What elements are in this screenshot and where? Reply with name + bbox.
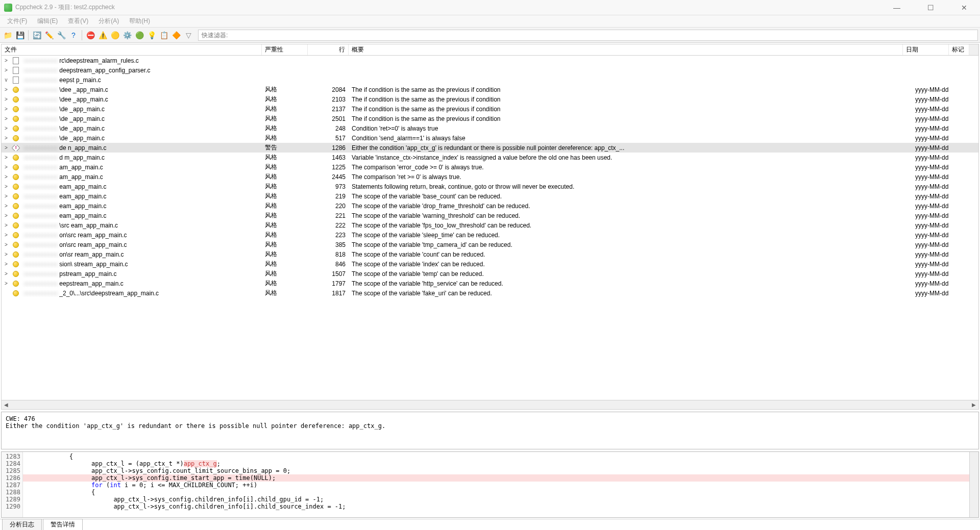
save-icon[interactable]: 💾	[14, 30, 26, 41]
table-row[interactable]: >xxxxxxxxxxx eam_app_main.c风格973Statemen…	[2, 182, 978, 191]
table-row[interactable]: >xxxxxxxxxxx on\sr ream_app_main.c风格818T…	[2, 249, 978, 259]
expand-icon[interactable]: >	[2, 242, 11, 247]
scroll-left-icon[interactable]: ◀	[2, 402, 11, 408]
minimize-button[interactable]: —	[885, 4, 909, 12]
warning-icon	[11, 145, 21, 151]
maximize-button[interactable]: ☐	[919, 4, 942, 12]
table-row[interactable]: xxxxxxxxxxx _2_0\...\src\deepstream_app_…	[2, 288, 978, 298]
menu-edit[interactable]: 编辑(E)	[32, 17, 63, 26]
code-vertical-scrollbar[interactable]	[969, 452, 978, 517]
style-filter-icon[interactable]: 🟡	[109, 30, 120, 41]
col-file[interactable]: 文件	[2, 44, 262, 55]
expand-icon[interactable]: >	[2, 222, 11, 228]
table-row[interactable]: >xxxxxxxxxxx sion\ stream_app_main.c风格84…	[2, 259, 978, 269]
info-filter-icon[interactable]: 💡	[146, 30, 157, 41]
tab-warning-detail[interactable]: 警告详情	[43, 519, 83, 530]
expand-icon[interactable]: >	[2, 261, 11, 267]
expand-icon[interactable]: >	[2, 155, 11, 160]
open-icon[interactable]: 📁	[2, 30, 13, 41]
table-row[interactable]: >xxxxxxxxxxx am_app_main.c风格2445The comp…	[2, 172, 978, 182]
table-row[interactable]: >xxxxxxxxxxx \de _app_main.c风格2137The if…	[2, 104, 978, 114]
horizontal-scrollbar[interactable]: ◀ ▶	[2, 400, 978, 409]
table-row[interactable]: >xxxxxxxxxxx \de _app_main.c风格517Conditi…	[2, 133, 978, 143]
table-row[interactable]: >xxxxxxxxxxx deepstream_app_config_parse…	[2, 65, 978, 75]
tab-analysis-log[interactable]: 分析日志	[2, 519, 42, 530]
style-icon	[11, 135, 21, 141]
table-row[interactable]: >xxxxxxxxxxx \de _app_main.c风格2501The if…	[2, 114, 978, 123]
detail-message: Either the condition 'app_ctx_g' is redu…	[6, 422, 974, 430]
table-row[interactable]: >xxxxxxxxxxx \de _app_main.c风格248Conditi…	[2, 123, 978, 133]
date-cell: yyyy-MM-dd	[912, 222, 958, 229]
expand-icon[interactable]: >	[2, 174, 11, 180]
expand-icon[interactable]: >	[2, 164, 11, 170]
performance-filter-icon[interactable]: 🟢	[134, 30, 145, 41]
filter-icon[interactable]: ▽	[183, 30, 194, 41]
expand-icon[interactable]: >	[2, 203, 11, 209]
expand-icon[interactable]: >	[2, 67, 11, 73]
code-line: {	[23, 489, 969, 496]
line-cell: 1507	[308, 270, 349, 277]
gear-icon[interactable]: ⚙️	[121, 30, 133, 41]
table-row[interactable]: >xxxxxxxxxxx eam_app_main.c风格221The scop…	[2, 211, 978, 220]
help-icon[interactable]: ?	[68, 30, 79, 41]
file-cell: xxxxxxxxxxx eam_app_main.c	[21, 183, 262, 190]
table-row[interactable]: >xxxxxxxxxxx eepstream_app_main.c风格1797T…	[2, 279, 978, 288]
expand-icon[interactable]: >	[2, 96, 11, 102]
col-mark[interactable]: 标记	[949, 44, 969, 55]
col-summary[interactable]: 概要	[349, 44, 903, 55]
table-row[interactable]: >xxxxxxxxxxx \src eam_app_main.c风格222The…	[2, 220, 978, 230]
reload-icon[interactable]: 🔄	[31, 30, 42, 41]
expand-icon[interactable]: >	[2, 184, 11, 189]
code-lines[interactable]: { app_ctx_l = (app_ctx_t *)app_ctx_g; ap…	[23, 452, 969, 517]
portability-filter-icon[interactable]: 📋	[158, 30, 169, 41]
error-filter-icon[interactable]: ⛔	[85, 30, 96, 41]
menu-view[interactable]: 查看(V)	[63, 17, 93, 26]
close-button[interactable]: ✕	[952, 4, 976, 12]
expand-icon[interactable]: >	[2, 106, 11, 112]
expand-icon[interactable]: >	[2, 271, 11, 276]
scroll-right-icon[interactable]: ▶	[969, 402, 978, 408]
line-number: 1287	[2, 482, 20, 489]
table-row[interactable]: >xxxxxxxxxxx \dee _app_main.c风格2084The i…	[2, 85, 978, 94]
col-date[interactable]: 日期	[903, 44, 949, 55]
table-row[interactable]: >xxxxxxxxxxx eam_app_main.c风格219The scop…	[2, 191, 978, 201]
expand-icon[interactable]: >	[2, 58, 11, 63]
expand-icon[interactable]: >	[2, 135, 11, 141]
file-cell: xxxxxxxxxxx eam_app_main.c	[21, 203, 262, 210]
table-row[interactable]: >xxxxxxxxxxx \dee _app_main.c风格2103The i…	[2, 94, 978, 104]
table-row[interactable]: >xxxxxxxxxxx on\src ream_app_main.c风格385…	[2, 240, 978, 249]
table-body[interactable]: >xxxxxxxxxxx rc\deepstream_alarm_rules.c…	[2, 56, 978, 400]
expand-icon[interactable]: >	[2, 125, 11, 131]
table-row[interactable]: >xxxxxxxxxxx pstream_app_main.c风格1507The…	[2, 269, 978, 279]
date-cell: yyyy-MM-dd	[912, 86, 958, 93]
warning-icon	[12, 145, 20, 151]
file-cell: xxxxxxxxxxx \de _app_main.c	[21, 115, 262, 122]
wrench-icon[interactable]: 🔧	[56, 30, 67, 41]
table-row[interactable]: vxxxxxxxxxxx eepst p_main.c	[2, 75, 978, 85]
expand-icon[interactable]: >	[2, 251, 11, 257]
table-row[interactable]: >xxxxxxxxxxx d m_app_main.c风格1463Variabl…	[2, 153, 978, 162]
date-cell: yyyy-MM-dd	[912, 280, 958, 287]
table-row[interactable]: >xxxxxxxxxxx rc\deepstream_alarm_rules.c	[2, 56, 978, 65]
table-row[interactable]: >xxxxxxxxxxx eam_app_main.c风格220The scop…	[2, 201, 978, 211]
expand-icon[interactable]: >	[2, 193, 11, 199]
col-line[interactable]: 行	[308, 44, 349, 55]
warning-filter-icon[interactable]: ⚠️	[97, 30, 108, 41]
project-icon[interactable]: 🔶	[170, 30, 182, 41]
menu-file[interactable]: 文件(F)	[2, 17, 32, 26]
pencil-icon[interactable]: ✏️	[43, 30, 55, 41]
expand-icon[interactable]: >	[2, 213, 11, 218]
table-row[interactable]: >xxxxxxxxxxx am_app_main.c风格1225The comp…	[2, 162, 978, 172]
expand-icon[interactable]: >	[2, 145, 11, 150]
expand-icon[interactable]: >	[2, 281, 11, 286]
table-row[interactable]: >xxxxxxxxxxx de n_app_main.c警告1286Either…	[2, 143, 978, 153]
expand-icon[interactable]: >	[2, 87, 11, 92]
expand-icon[interactable]: >	[2, 116, 11, 121]
menu-analysis[interactable]: 分析(A)	[93, 17, 124, 26]
col-severity[interactable]: 严重性	[262, 44, 308, 55]
quick-filter-input[interactable]	[198, 30, 978, 41]
expand-icon[interactable]: v	[2, 77, 11, 83]
menu-help[interactable]: 帮助(H)	[124, 17, 155, 26]
expand-icon[interactable]: >	[2, 232, 11, 238]
table-row[interactable]: >xxxxxxxxxxx on\src ream_app_main.c风格223…	[2, 230, 978, 240]
